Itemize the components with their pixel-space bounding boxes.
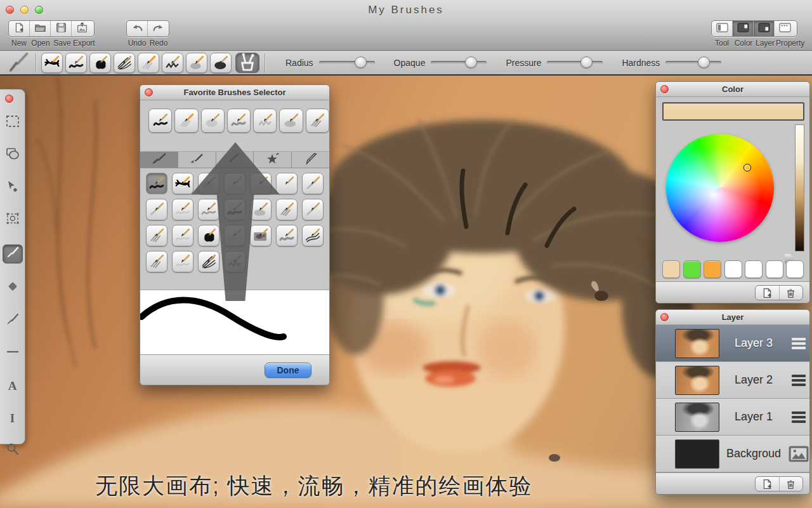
brush-preset-pen-zigzag[interactable] <box>162 53 183 73</box>
opaque-slider-thumb[interactable] <box>465 57 477 68</box>
radius-slider[interactable] <box>319 61 375 64</box>
color-wheel-selector[interactable] <box>743 164 751 171</box>
color-swatch[interactable] <box>786 260 804 278</box>
grid-brush-pencil-light[interactable] <box>172 199 193 220</box>
layer-menu-icon[interactable] <box>788 416 809 418</box>
open-button[interactable] <box>30 21 51 36</box>
grid-brush-pencil-light[interactable] <box>224 173 246 194</box>
layer-menu-icon[interactable] <box>788 379 809 382</box>
layer-button[interactable] <box>754 21 775 36</box>
color-swatch[interactable] <box>724 260 742 278</box>
add-swatch-button[interactable] <box>756 286 780 300</box>
brush-preset-blob-soft[interactable] <box>210 53 232 73</box>
grid-brush-pencil-light[interactable] <box>250 173 272 194</box>
brush-preset-ink-wild[interactable] <box>41 53 63 73</box>
redo-button[interactable] <box>148 21 169 36</box>
color-wheel[interactable] <box>666 134 774 242</box>
favorite-brush-gray-shade[interactable] <box>306 109 329 133</box>
tool-zoom[interactable] <box>3 443 22 458</box>
favorite-brush-gray-squiggle[interactable] <box>227 109 251 133</box>
brush-preset-orange-hatch[interactable] <box>138 53 159 73</box>
delete-swatch-button[interactable] <box>780 286 803 300</box>
tool-marquee-select[interactable] <box>3 115 22 130</box>
grid-brush-ink-lines[interactable] <box>302 225 324 246</box>
layer-row[interactable]: Layer 1 <box>656 399 809 436</box>
grid-brush-pencil-diag[interactable] <box>302 199 324 220</box>
pressure-slider-thumb[interactable] <box>580 57 593 68</box>
add-layer-button[interactable] <box>756 477 780 491</box>
undo-button[interactable] <box>127 21 148 36</box>
tool-eraser[interactable] <box>3 281 22 296</box>
favorite-brush-soft-faint[interactable] <box>201 109 225 133</box>
opaque-slider[interactable] <box>431 61 487 64</box>
close-tool-palette-button[interactable] <box>5 95 13 103</box>
grid-brush-gray-shade[interactable] <box>276 199 298 220</box>
grid-brush-gray-shade[interactable] <box>146 225 167 246</box>
grid-brush-photo-stamp[interactable] <box>250 225 272 246</box>
favorite-brush-orange-pencil[interactable] <box>174 109 198 133</box>
color-swatch[interactable] <box>766 260 783 278</box>
tool-line[interactable] <box>3 345 22 361</box>
grid-brush-pencil-light[interactable] <box>172 225 193 246</box>
grid-brush-pencil-faint[interactable] <box>224 225 246 246</box>
layer-row[interactable]: Backgroud <box>656 436 809 472</box>
grid-brush-soft-shade[interactable] <box>250 199 272 220</box>
brush-preset-orange-shade[interactable] <box>186 53 207 73</box>
tool-move[interactable] <box>3 180 22 195</box>
tool-ibeam[interactable]: I <box>3 410 22 425</box>
brush-preset-blob[interactable] <box>89 53 111 73</box>
tool-button[interactable] <box>712 21 733 36</box>
tool-color-picker[interactable] <box>3 313 22 328</box>
tab-marker[interactable] <box>292 152 329 168</box>
hardness-slider[interactable] <box>665 61 721 64</box>
layer-visibility-toggle[interactable] <box>656 375 675 386</box>
grid-brush-pencil-scribble[interactable] <box>198 199 219 220</box>
tool-transform[interactable] <box>3 212 22 227</box>
radius-slider-thumb[interactable] <box>355 57 367 68</box>
color-swatch[interactable] <box>683 260 701 278</box>
grid-brush-gray-shade[interactable] <box>146 251 167 272</box>
export-button[interactable] <box>72 21 93 36</box>
grid-brush-pencil-dark[interactable] <box>224 199 246 220</box>
favorite-brush-black-squiggle[interactable] <box>148 109 172 133</box>
brightness-slider[interactable] <box>795 124 804 251</box>
grid-brush-blob[interactable] <box>198 225 219 246</box>
color-swatch[interactable] <box>662 260 680 278</box>
tab-paintbrush[interactable] <box>140 152 178 168</box>
layer-menu-icon[interactable] <box>788 342 809 345</box>
done-button[interactable]: Done <box>265 363 311 378</box>
close-selector-button[interactable] <box>145 88 153 97</box>
delete-layer-button[interactable] <box>780 477 803 491</box>
grid-brush-black-squiggle[interactable] <box>146 173 167 194</box>
grid-brush-spiky-ink[interactable] <box>198 251 219 272</box>
color-button[interactable] <box>733 21 754 36</box>
tool-shapes[interactable] <box>3 147 22 163</box>
tab-pencil[interactable] <box>216 152 254 168</box>
brush-preset-spiky-ink[interactable] <box>114 53 135 73</box>
grid-brush-soft-faint[interactable] <box>198 173 219 194</box>
color-swatch[interactable] <box>745 260 763 278</box>
layer-visibility-toggle[interactable] <box>656 411 675 423</box>
grid-brush-pencil-zigzag[interactable] <box>224 251 246 272</box>
layer-visibility-toggle[interactable] <box>656 338 675 349</box>
grid-brush-pencil-light[interactable] <box>172 251 193 272</box>
favorite-brush-light-zigzag[interactable] <box>253 109 277 133</box>
new-button[interactable] <box>9 21 30 36</box>
layer-row[interactable]: Layer 3 <box>656 325 809 362</box>
tab-star[interactable] <box>254 152 292 168</box>
favorite-brushes-button[interactable] <box>235 53 259 73</box>
brush-preset-black-squiggle[interactable] <box>65 53 87 73</box>
color-swatch[interactable] <box>704 260 721 278</box>
tool-text[interactable]: A <box>3 378 22 393</box>
close-color-panel-button[interactable] <box>660 85 669 93</box>
grid-brush-pencil-diag[interactable] <box>146 199 167 220</box>
grid-brush-pencil-diag[interactable] <box>302 173 324 194</box>
favorite-brush-soft-shade[interactable] <box>279 109 303 133</box>
hardness-slider-thumb[interactable] <box>698 57 710 68</box>
property-button[interactable] <box>775 21 796 36</box>
grid-brush-ink-wild[interactable] <box>172 173 193 194</box>
close-layer-panel-button[interactable] <box>660 313 669 321</box>
pressure-slider[interactable] <box>547 61 603 64</box>
tab-pen[interactable] <box>178 152 216 168</box>
grid-brush-pencil-plain[interactable] <box>276 173 298 194</box>
